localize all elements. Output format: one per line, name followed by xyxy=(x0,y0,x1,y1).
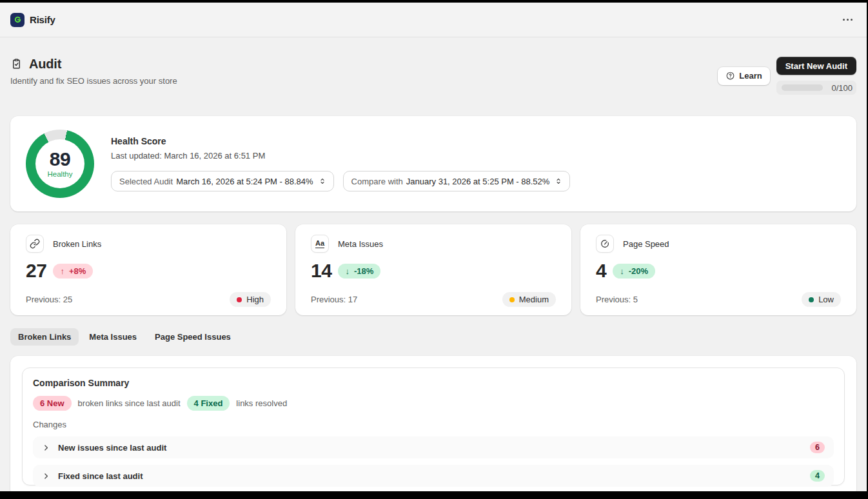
metrics-row: Broken Links 27 ↑ +8% Previous: 25 H xyxy=(10,224,856,315)
issues-panel: Comparison Summary 6 New broken links si… xyxy=(10,356,856,491)
compare-with-select[interactable]: Compare with January 31, 2026 at 5:25 PM… xyxy=(343,171,571,191)
tab[interactable]: Meta Issues xyxy=(81,328,144,346)
risify-logo-icon xyxy=(10,13,25,27)
fixed-count-badge: 4 Fixed xyxy=(187,396,230,411)
audit-selects: Selected Audit March 16, 2026 at 5:24 PM… xyxy=(111,171,570,191)
severity-dot-icon xyxy=(237,297,242,302)
severity-badge: Low xyxy=(802,292,841,307)
selected-audit-value: March 16, 2026 at 5:24 PM - 88.84% xyxy=(176,177,313,186)
severity-badge: Medium xyxy=(502,292,556,307)
metric-value: 14 xyxy=(311,261,331,280)
changes-row[interactable]: New issues since last audit 6 xyxy=(33,436,834,458)
health-score-card: 89 Healthy Health Score Last updated: Ma… xyxy=(10,116,856,211)
tab[interactable]: Broken Links xyxy=(10,328,79,346)
audit-cta-column: Start New Audit 0/100 xyxy=(776,57,856,95)
metric-value: 4 xyxy=(596,261,606,280)
row-count-badge: 4 xyxy=(810,470,825,482)
selected-audit-prefix: Selected Audit xyxy=(119,177,173,186)
changes-row-label: New issues since last audit xyxy=(58,443,166,453)
trend-arrow-icon: ↓ xyxy=(345,266,350,276)
metric-change-value: +8% xyxy=(69,266,86,276)
app-window: Risify Audit Identify and fix SEO issues… xyxy=(0,3,867,491)
metric-card: Broken Links 27 ↑ +8% Previous: 25 H xyxy=(10,224,286,315)
selected-audit-select[interactable]: Selected Audit March 16, 2026 at 5:24 PM… xyxy=(111,171,334,191)
severity-label: Low xyxy=(818,295,834,304)
health-donut: 89 Healthy xyxy=(26,130,94,198)
trend-arrow-icon: ↑ xyxy=(60,266,64,276)
changes-list: New issues since last audit 6 Fixed sinc… xyxy=(33,436,834,487)
new-text: broken links since last audit xyxy=(78,398,181,408)
page-header-left: Audit Identify and fix SEO issues across… xyxy=(10,57,177,95)
metric-previous: Previous: 5 xyxy=(596,295,638,304)
health-score-status: Healthy xyxy=(48,170,73,178)
updown-chevron-icon xyxy=(554,177,563,186)
trend-arrow-icon: ↓ xyxy=(620,266,624,276)
severity-badge: High xyxy=(230,292,271,307)
audit-quota: 0/100 xyxy=(776,81,856,95)
question-icon xyxy=(725,71,735,81)
severity-dot-icon xyxy=(509,297,515,302)
severity-label: Medium xyxy=(519,295,549,304)
metric-label: Broken Links xyxy=(53,239,101,249)
audit-clipboard-icon xyxy=(10,58,23,70)
new-count-badge: 6 New xyxy=(33,396,72,411)
meta-icon: Aa xyxy=(311,235,329,253)
tab[interactable]: Page Speed Issues xyxy=(147,328,239,346)
metric-change-badge: ↓ -20% xyxy=(613,264,655,279)
issue-tabs: Broken LinksMeta IssuesPage Speed Issues xyxy=(10,328,856,346)
app-header: Risify xyxy=(0,3,867,37)
main-content: Audit Identify and fix SEO issues across… xyxy=(0,57,867,491)
severity-label: High xyxy=(246,295,264,304)
comparison-summary-card: Comparison Summary 6 New broken links si… xyxy=(22,367,845,485)
quota-progress-bar xyxy=(782,84,823,91)
page-subtitle: Identify and fix SEO issues across your … xyxy=(10,76,177,86)
metric-card: Page Speed 4 ↓ -20% Previous: 5 Low xyxy=(580,224,856,315)
metric-previous: Previous: 25 xyxy=(26,295,72,304)
health-last-updated: Last updated: March 16, 2026 at 6:51 PM xyxy=(111,151,570,161)
comparison-summary-line: 6 New broken links since last audit 4 Fi… xyxy=(33,396,834,411)
metric-change-value: -20% xyxy=(629,266,648,276)
metric-card: Aa Meta Issues 14 ↓ -18% Previous: 17 xyxy=(295,224,571,315)
health-score-value: 89 xyxy=(50,150,70,169)
page-title: Audit xyxy=(29,57,61,72)
metric-label: Meta Issues xyxy=(338,239,383,249)
compare-with-prefix: Compare with xyxy=(351,177,403,186)
fixed-text: links resolved xyxy=(236,398,287,408)
comparison-title: Comparison Summary xyxy=(33,378,834,388)
start-new-audit-button[interactable]: Start New Audit xyxy=(776,57,856,75)
row-count-badge: 6 xyxy=(810,442,825,453)
metric-label: Page Speed xyxy=(623,239,669,249)
page-header: Audit Identify and fix SEO issues across… xyxy=(10,57,856,95)
metric-previous: Previous: 17 xyxy=(311,295,357,304)
changes-row[interactable]: Fixed since last audit 4 xyxy=(33,465,834,487)
learn-label: Learn xyxy=(739,71,762,81)
health-donut-hole: 89 Healthy xyxy=(35,139,84,188)
learn-button[interactable]: Learn xyxy=(718,67,769,85)
metric-change-value: -18% xyxy=(354,266,373,276)
metric-value: 27 xyxy=(26,261,46,280)
chevron-right-icon xyxy=(42,444,50,452)
app-brand: Risify xyxy=(10,13,55,27)
link-icon xyxy=(26,235,44,253)
metric-change-badge: ↑ +8% xyxy=(53,264,93,279)
desktop: { "app": { "name": "Risify" }, "page": {… xyxy=(0,0,868,499)
metric-change-badge: ↓ -18% xyxy=(338,264,380,279)
changes-row-label: Fixed since last audit xyxy=(58,471,143,481)
app-name: Risify xyxy=(30,14,55,25)
page-header-actions: Learn Start New Audit 0/100 xyxy=(718,57,856,95)
chevron-right-icon xyxy=(42,472,50,480)
more-actions-button[interactable] xyxy=(839,15,856,24)
quota-label: 0/100 xyxy=(831,83,853,93)
severity-dot-icon xyxy=(809,297,814,302)
health-title: Health Score xyxy=(111,136,570,146)
compare-with-value: January 31, 2026 at 5:25 PM - 88.52% xyxy=(406,177,550,186)
health-info: Health Score Last updated: March 16, 202… xyxy=(111,136,570,191)
updown-chevron-icon xyxy=(318,177,327,186)
changes-label: Changes xyxy=(33,420,834,429)
speed-icon xyxy=(596,235,614,253)
